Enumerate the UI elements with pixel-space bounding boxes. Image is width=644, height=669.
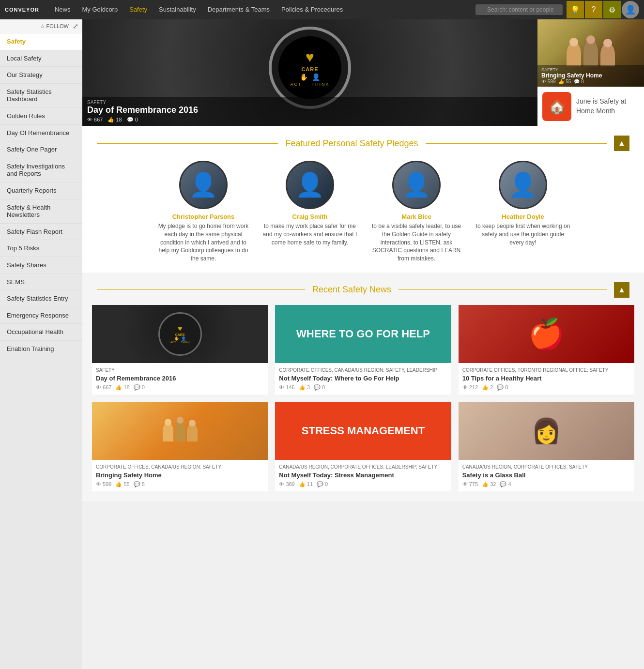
sidebar-item-occupational-health[interactable]: Occupational Health [0, 324, 82, 341]
side-panel-title: Bringing Safety Home [541, 72, 640, 79]
pledge-card-2[interactable]: 👤 Mark Bice to be a visible safety leade… [368, 161, 465, 263]
pledges-section-title: Featured Personal Safety Pledges [285, 138, 418, 149]
news-card-category-2: CORPORATE OFFICES, TORONTO REGIONAL OFFI… [462, 367, 630, 373]
sidebar-navigation: SafetyLocal SafetyOur StrategySafety Sta… [0, 33, 82, 357]
sidebar-item-safety[interactable]: Safety [0, 33, 82, 50]
act-think-label: ACT THINK [291, 82, 330, 87]
expand-button[interactable]: ⤢ [73, 22, 78, 30]
news-card-1[interactable]: WHERE TO GO FOR HELP CORPORATE OFFICES, … [275, 305, 451, 395]
news-card-stats-5: 👁 775 👍 32 💬 4 [462, 481, 630, 487]
news-divider-line-left [97, 289, 305, 290]
sidebar-item-safety-flash-report[interactable]: Safety Flash Report [0, 224, 82, 241]
pledge-name-1: Craig Smith [292, 213, 328, 220]
news-likes-1: 👍 3 [299, 384, 310, 391]
news-card-2[interactable]: 🍎 CORPORATE OFFICES, TORONTO REGIONAL OF… [459, 305, 634, 395]
scroll-up-pledges-button[interactable]: ▲ [614, 136, 629, 151]
side-panel-stats: 👁 599 👍 55 💬 8 [541, 79, 640, 84]
news-card-4[interactable]: STRESS MANAGEMENT CANADA/US REGION, CORP… [275, 402, 451, 491]
pledges-section: 👤 Christopher Parsons My pledge is to go… [82, 156, 644, 273]
news-section: ♥ CARE ✋👤 ACTTHINK SAFETY Day of Remembr… [82, 303, 644, 501]
sidebar-item-enablon-training[interactable]: Enablon Training [0, 341, 82, 358]
news-card-category-3: CORPORATE OFFICES, CANADA/US REGION: SAF… [96, 464, 264, 470]
sidebar-item-safety-&-health-newsletters[interactable]: Safety & Health Newsletters [0, 199, 82, 224]
news-likes-0: 👍 18 [115, 384, 129, 391]
news-card-0[interactable]: ♥ CARE ✋👤 ACTTHINK SAFETY Day of Remembr… [92, 305, 268, 395]
news-comments-2: 💬 0 [497, 384, 508, 391]
sidebar-item-our-strategy[interactable]: Our Strategy [0, 67, 82, 84]
follow-label: FOLLOW [46, 23, 69, 29]
news-comments-3: 💬 8 [134, 481, 145, 487]
nav-link-departments-&-teams[interactable]: Departments & Teams [202, 0, 276, 19]
sidebar-item-safety-one-pager[interactable]: Safety One Pager [0, 141, 82, 158]
pledges-section-divider: Featured Personal Safety Pledges ▲ [82, 126, 644, 156]
pledge-text-3: to keep people first when working on saf… [475, 222, 571, 246]
hero-main: ♥ CARE ✋ 👤 ACT THINK [82, 19, 537, 126]
follow-button[interactable]: ☆ FOLLOW [40, 23, 69, 30]
pledge-card-0[interactable]: 👤 Christopher Parsons My pledge is to go… [155, 161, 252, 263]
news-views-5: 👁 775 [462, 481, 478, 487]
sidebar-item-quarterly-reports[interactable]: Quarterly Reports [0, 182, 82, 199]
nav-link-news[interactable]: News [49, 0, 77, 19]
sidebar-item-emergency-response[interactable]: Emergency Response [0, 307, 82, 324]
sidebar-item-local-safety[interactable]: Local Safety [0, 50, 82, 67]
nav-link-my-goldcorp[interactable]: My Goldcorp [76, 0, 123, 19]
pledge-card-3[interactable]: 👤 Heather Doyle to keep people first whe… [475, 161, 571, 263]
main-content: ♥ CARE ✋ 👤 ACT THINK [82, 19, 644, 669]
gear-icon-button[interactable]: ⚙ [603, 1, 621, 18]
sidebar: ☆ FOLLOW ⤢ SafetyLocal SafetyOur Strateg… [0, 19, 82, 669]
sidebar-item-golden-rules[interactable]: Golden Rules [0, 108, 82, 125]
sidebar-item-safety-shares[interactable]: Safety Shares [0, 257, 82, 274]
person-icon: 👤 [312, 73, 320, 81]
divider-line-left [97, 143, 278, 144]
nav-icons: 💡 ? ⚙ 👤 [567, 1, 639, 18]
news-card-title-0: Day of Remembrance 2016 [96, 375, 264, 382]
sidebar-item-safety-statistics-entry[interactable]: Safety Statistics Entry [0, 290, 82, 307]
search-input[interactable] [475, 4, 563, 15]
side-comments: 💬 8 [574, 79, 583, 84]
search-wrapper [475, 4, 563, 15]
heart-icon: ♥ [306, 49, 314, 65]
hero-section: ♥ CARE ✋ 👤 ACT THINK [82, 19, 644, 126]
brand-logo: CONVEYOR [5, 7, 39, 13]
hero-side-panels: SAFETY Bringing Safety Home 👁 599 👍 55 💬… [537, 19, 644, 126]
news-card-category-5: CANADA/US REGION, CORPORATE OFFICES: SAF… [462, 464, 630, 470]
pledge-card-1[interactable]: 👤 Craig Smith to make my work place safe… [261, 161, 358, 263]
news-card-stats-4: 👁 389 👍 11 💬 0 [279, 481, 447, 487]
news-card-image-4: STRESS MANAGEMENT [275, 402, 451, 460]
pledge-name-2: Mark Bice [401, 213, 431, 220]
sidebar-item-sems[interactable]: SEMS [0, 274, 82, 291]
hero-stats: 👁 667 👍 18 💬 0 [87, 117, 533, 123]
scroll-up-news-button[interactable]: ▲ [614, 282, 629, 298]
help-icon-button[interactable]: ? [585, 1, 602, 18]
pledge-name-0: Christopher Parsons [172, 213, 235, 220]
hero-views: 👁 667 [87, 117, 103, 123]
sidebar-item-safety-investigations-and-reports[interactable]: Safety Investigations and Reports [0, 158, 82, 182]
nav-link-sustainability[interactable]: Sustainability [153, 0, 202, 19]
pledge-text-2: to be a visible safety leader, to use th… [368, 222, 465, 263]
nav-link-safety[interactable]: Safety [123, 0, 153, 19]
news-card-3[interactable]: CORPORATE OFFICES, CANADA/US REGION: SAF… [92, 402, 268, 491]
news-likes-4: 👍 11 [299, 481, 313, 487]
news-card-5[interactable]: 👩 CANADA/US REGION, CORPORATE OFFICES: S… [459, 402, 634, 491]
sidebar-item-safety-statistics-dashboard[interactable]: Safety Statistics Dashboard [0, 84, 82, 108]
user-avatar[interactable]: 👤 [622, 1, 639, 18]
pledge-avatar-2: 👤 [392, 161, 441, 209]
sidebar-item-top-5-risks[interactable]: Top 5 Risks [0, 240, 82, 257]
sidebar-item-day-of-remembrance[interactable]: Day Of Remembrance [0, 125, 82, 142]
hero-caption: SAFETY Day of Remembrance 2016 👁 667 👍 1… [82, 97, 537, 126]
news-card-body-0: SAFETY Day of Remembrance 2016 👁 667 👍 1… [92, 363, 268, 395]
side-panel-overlay: SAFETY Bringing Safety Home 👁 599 👍 55 💬… [537, 65, 644, 87]
news-card-image-3 [92, 402, 268, 460]
news-card-category-1: CORPORATE OFFICES, CANADA/US REGION: SAF… [279, 367, 447, 373]
hero-side-image[interactable]: SAFETY Bringing Safety Home 👁 599 👍 55 💬… [537, 19, 644, 87]
news-card-stats-3: 👁 599 👍 55 💬 8 [96, 481, 264, 487]
news-comments-5: 💬 4 [500, 481, 511, 487]
news-card-title-4: Not Myself Today: Stress Management [279, 471, 447, 479]
news-card-body-5: CANADA/US REGION, CORPORATE OFFICES: SAF… [459, 460, 634, 491]
pledge-text-1: to make my work place safer for me and m… [261, 222, 358, 246]
bulb-icon-button[interactable]: 💡 [567, 1, 584, 18]
nav-link-policies-&-procedures[interactable]: Policies & Procedures [276, 0, 349, 19]
news-card-image-1: WHERE TO GO FOR HELP [275, 305, 451, 363]
news-section-divider: Recent Safety News ▲ [82, 273, 644, 303]
news-card-title-5: Safety is a Glass Ball [462, 471, 630, 479]
